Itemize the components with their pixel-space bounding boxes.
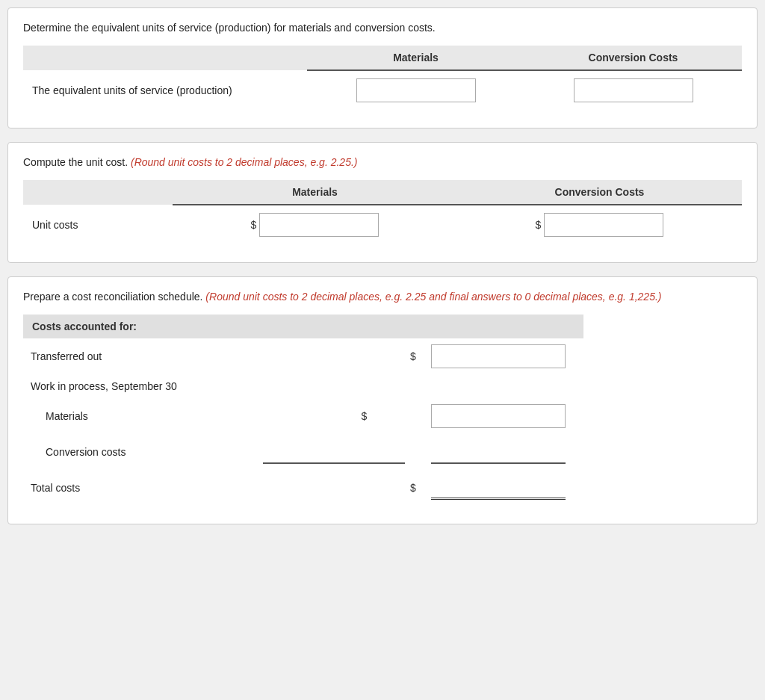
s1-conversion-input[interactable] (574, 78, 693, 102)
conversion-costs-input-left-cell (263, 434, 423, 470)
section1: Determine the equivalent units of servic… (7, 7, 758, 128)
materials-label: Materials (23, 398, 263, 434)
conversion-costs-label: Conversion costs (23, 434, 263, 470)
s2-conversion-input[interactable] (544, 213, 663, 237)
s3-dollar2: $ (263, 398, 370, 434)
conversion-costs-input-left[interactable] (263, 440, 405, 464)
transferred-out-label: Transferred out (23, 338, 263, 374)
wip-label: Work in process, September 30 (23, 374, 263, 398)
s2-conversion-input-cell: $ (457, 205, 742, 244)
s1-col-label-header (23, 46, 307, 70)
section3: Prepare a cost reconciliation schedule. … (7, 276, 758, 524)
materials-input-cell (424, 398, 583, 434)
conversion-costs-input-right[interactable] (431, 440, 566, 464)
transferred-out-input[interactable] (431, 344, 566, 368)
s1-materials-input[interactable] (356, 78, 476, 102)
section3-intro-red: (Round unit costs to 2 decimal places, e… (205, 291, 661, 303)
s2-materials-input[interactable] (259, 213, 379, 237)
s1-row-label: The equivalent units of service (product… (23, 70, 307, 110)
s2-dollar2: $ (536, 219, 542, 231)
s2-col-label-header (23, 180, 173, 205)
total-costs-row: Total costs $ (23, 470, 583, 506)
s2-col-materials-header: Materials (173, 180, 457, 205)
total-costs-label: Total costs (23, 470, 263, 506)
s1-col-conversion-header: Conversion Costs (524, 46, 742, 70)
s1-conversion-input-cell (524, 70, 742, 110)
total-costs-input-cell (424, 470, 583, 506)
section2: Compute the unit cost. (Round unit costs… (7, 142, 758, 263)
conversion-costs-row: Conversion costs (23, 434, 583, 470)
s1-col-materials-header: Materials (307, 46, 524, 70)
materials-input[interactable] (431, 404, 566, 428)
total-costs-input[interactable] (431, 476, 566, 500)
s2-col-conversion-header: Conversion Costs (457, 180, 742, 205)
section3-intro: Prepare a cost reconciliation schedule. … (23, 291, 742, 303)
costs-accounted-header: Costs accounted for: (23, 315, 583, 338)
s1-materials-input-cell (307, 70, 524, 110)
materials-row: Materials $ (23, 398, 583, 434)
s3-dollar1: $ (370, 338, 423, 374)
s3-dollar3: $ (370, 470, 423, 506)
transferred-out-row: Transferred out $ (23, 338, 583, 374)
section1-intro: Determine the equivalent units of servic… (23, 22, 742, 34)
section3-intro-plain: Prepare a cost reconciliation schedule. (23, 291, 202, 303)
s2-unit-costs-label: Unit costs (23, 205, 173, 244)
conversion-costs-input-right-cell (424, 434, 583, 470)
section2-intro-plain: Compute the unit cost. (23, 156, 128, 168)
wip-label-row: Work in process, September 30 (23, 374, 583, 398)
section2-intro: Compute the unit cost. (Round unit costs… (23, 156, 742, 168)
section2-intro-red: (Round unit costs to 2 decimal places, e… (131, 156, 358, 168)
transferred-out-input-cell (424, 338, 583, 374)
s2-materials-input-cell: $ (173, 205, 457, 244)
s2-dollar1: $ (251, 219, 257, 231)
